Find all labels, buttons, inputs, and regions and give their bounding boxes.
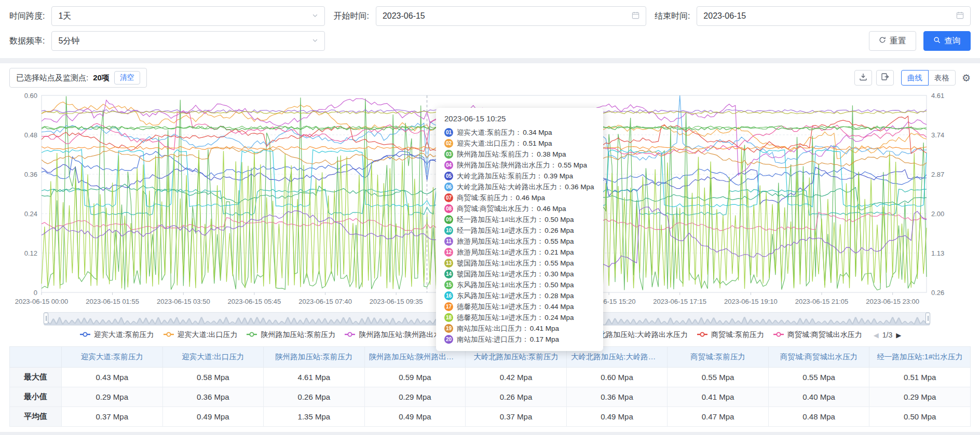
left-axis-tick-label: 0.24 <box>24 210 37 218</box>
stats-column-header: 陕州路加压站:陕州路出水压力 <box>364 347 466 368</box>
download-button[interactable] <box>854 70 872 86</box>
stats-column-header: 商贸城:泵前压力 <box>668 347 769 368</box>
legend-item[interactable]: 大岭北路加压站:大岭路出水压力 <box>569 330 688 340</box>
stats-cell: 0.49 Mpa <box>162 407 264 427</box>
left-axis-tick-label: 0.12 <box>24 249 37 257</box>
frequency-select[interactable]: 5分钟 <box>51 31 325 51</box>
datazoom-track[interactable] <box>44 312 930 326</box>
calendar-icon <box>956 11 964 21</box>
stats-column-header: 迎宾大道:出口压力 <box>162 347 264 368</box>
stats-cell: 0.43 Mpa <box>62 368 163 387</box>
chevron-down-icon <box>312 36 318 46</box>
legend-marker-icon <box>569 331 581 339</box>
calendar-icon <box>632 11 639 21</box>
x-axis-tick-label: 2023-06-15 00:00 <box>15 298 69 305</box>
frequency-value: 5分钟 <box>58 36 79 47</box>
legend-marker-icon <box>696 331 709 339</box>
left-axis-tick-label: 0.60 <box>24 92 37 100</box>
stats-cell: 0.55 Mpa <box>768 368 869 387</box>
frequency-label: 数据频率: <box>9 36 45 47</box>
right-axis-tick-label: 2.00 <box>931 210 944 218</box>
stats-row-label: 平均值 <box>10 407 62 427</box>
end-time-label: 结束时间: <box>655 11 690 22</box>
legend-item-label: 大岭北路加压站:泵前压力 <box>479 330 561 340</box>
legend-next-arrow[interactable]: ▶ <box>896 331 901 339</box>
stats-cell: 0.40 Mpa <box>768 387 869 407</box>
plot-border <box>42 95 927 292</box>
stats-column-header: 陕州路加压站:泵前压力 <box>264 347 365 368</box>
stats-column-header: 迎宾大道:泵前压力 <box>62 347 163 368</box>
series-line[interactable] <box>42 109 927 113</box>
series-line[interactable] <box>42 96 927 291</box>
clear-selection-button[interactable]: 清空 <box>114 71 140 85</box>
stats-cell: 0.47 Mpa <box>668 407 769 427</box>
series-line[interactable] <box>42 111 927 114</box>
query-button-label: 查询 <box>944 36 961 47</box>
export-button[interactable] <box>876 70 894 86</box>
legend-item[interactable]: 迎宾大道:泵前压力 <box>79 330 154 340</box>
datazoom-selection[interactable] <box>44 313 930 325</box>
stats-corner-cell <box>10 347 62 368</box>
legend-item[interactable]: 大岭北路加压站:泵前压力 <box>464 330 561 340</box>
stats-cell: 0.49 Mpa <box>364 407 466 427</box>
chevron-down-icon <box>312 11 318 21</box>
tab-curve-view[interactable]: 曲线 <box>901 70 929 86</box>
filter-row-1: 时间跨度: 1天 开始时间: 2023-06-15 结束时间: 2023-06-… <box>9 6 971 26</box>
legend-page-indicator: 1/3 <box>882 331 892 339</box>
stats-cell: 0.59 Mpa <box>364 368 466 387</box>
right-axis-tick-label: 3.74 <box>931 131 944 139</box>
stats-cell: 0.42 Mpa <box>466 368 567 387</box>
legend-item[interactable]: 商贸城:泵前压力 <box>696 330 764 340</box>
legend-item-label: 迎宾大道:泵前压力 <box>94 330 154 340</box>
stats-cell: 0.50 Mpa <box>869 407 971 427</box>
stats-row-label: 最小值 <box>10 387 62 407</box>
x-axis-tick-label: 2023-06-15 05:45 <box>228 298 281 305</box>
stats-cell: 0.26 Mpa <box>466 387 567 407</box>
x-axis-tick-label: 2023-06-15 19:10 <box>724 298 778 305</box>
left-axis-tick-label: 0.36 <box>24 171 37 178</box>
stats-cell: 0.29 Mpa <box>364 387 466 407</box>
time-span-value: 1天 <box>58 11 71 22</box>
settings-gear-icon[interactable]: ⚙ <box>962 73 971 83</box>
datazoom-right-handle[interactable] <box>925 313 930 324</box>
legend-item[interactable]: 陕州路加压站:陕州路出水压力 <box>344 330 455 340</box>
filter-panel: 时间跨度: 1天 开始时间: 2023-06-15 结束时间: 2023-06-… <box>0 0 980 58</box>
query-button[interactable]: 查询 <box>923 31 971 51</box>
legend-prev-arrow[interactable]: ◀ <box>874 331 879 339</box>
legend-marker-icon <box>162 331 175 339</box>
stats-cell: 1.35 Mpa <box>264 407 365 427</box>
stats-cell: 0.26 Mpa <box>264 387 365 407</box>
start-time-value: 2023-06-15 <box>383 11 425 21</box>
stats-cell: 0.36 Mpa <box>566 387 668 407</box>
series-line[interactable] <box>42 148 927 289</box>
stats-header-row: 迎宾大道:泵前压力迎宾大道:出口压力陕州路加压站:泵前压力陕州路加压站:陕州路出… <box>10 347 971 368</box>
legend-item[interactable]: 迎宾大道:出口压力 <box>162 330 238 340</box>
stats-cell: 0.55 Mpa <box>668 368 769 387</box>
time-span-label: 时间跨度: <box>9 11 45 22</box>
stats-cell: 0.49 Mpa <box>566 407 668 427</box>
stats-cell: 0.37 Mpa <box>466 407 567 427</box>
datazoom-left-handle[interactable] <box>44 313 48 324</box>
time-span-select[interactable]: 1天 <box>51 6 325 26</box>
legend-item-label: 陕州路加压站:泵前压力 <box>261 330 335 340</box>
x-axis-tick-label: 2023-06-15 13:25 <box>511 298 565 305</box>
selection-label: 已选择站点及监测点: <box>16 73 88 83</box>
x-axis-tick-label: 2023-06-15 03:50 <box>157 298 210 305</box>
x-axis-tick-label: 2023-06-15 23:00 <box>866 298 919 305</box>
stats-column-header: 大岭北路加压站:大岭路出水压力 <box>566 347 668 368</box>
end-time-input[interactable]: 2023-06-15 <box>697 6 971 26</box>
legend-marker-icon <box>79 331 91 339</box>
legend-item-label: 迎宾大道:出口压力 <box>178 330 238 340</box>
pressure-line-chart[interactable]: 0.600.480.360.240.1204.613.742.872.001.1… <box>9 90 971 310</box>
datazoom-slider[interactable] <box>44 312 930 326</box>
reset-button[interactable]: 重置 <box>869 31 916 51</box>
legend-item[interactable]: 商贸城:商贸城出水压力 <box>772 330 862 340</box>
panel-toolbar: 已选择站点及监测点: 20项 清空 曲线 表格 ⚙ <box>9 69 971 86</box>
legend-item[interactable]: 陕州路加压站:泵前压力 <box>246 330 335 340</box>
left-axis-tick-label: 0.48 <box>24 131 37 139</box>
legend-marker-icon <box>464 331 476 339</box>
start-time-input[interactable]: 2023-06-15 <box>376 6 646 26</box>
tab-table-view[interactable]: 表格 <box>928 70 956 86</box>
x-axis-tick-label: 2023-06-15 07:40 <box>298 298 352 305</box>
x-axis-tick-label: 2023-06-15 17:15 <box>653 298 706 305</box>
